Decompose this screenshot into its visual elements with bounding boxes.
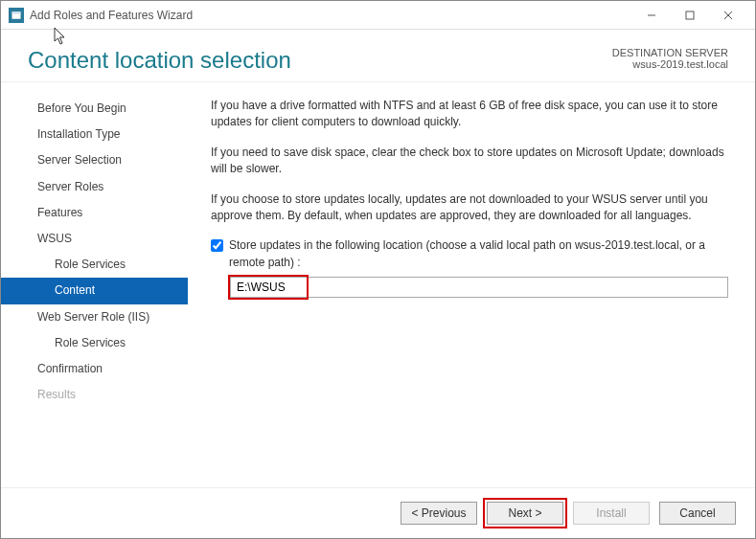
store-updates-row: Store updates in the following location … xyxy=(211,237,732,271)
titlebar: Add Roles and Features Wizard xyxy=(1,1,755,30)
cancel-button[interactable]: Cancel xyxy=(659,502,736,525)
destination-server: wsus-2019.test.local xyxy=(612,58,728,70)
store-updates-label: Store updates in the following location … xyxy=(229,237,732,271)
maximize-button[interactable] xyxy=(671,2,709,29)
window-title: Add Roles and Features Wizard xyxy=(30,9,632,22)
path-input-wrap xyxy=(230,277,728,298)
sidebar-item-before-you-begin[interactable]: Before You Begin xyxy=(1,96,188,122)
close-button[interactable] xyxy=(709,2,747,29)
minimize-button[interactable] xyxy=(632,2,671,29)
sidebar-item-installation-type[interactable]: Installation Type xyxy=(1,122,188,147)
sidebar-item-iis-role-services[interactable]: Role Services xyxy=(1,330,188,356)
page-title: Content location selection xyxy=(28,47,291,74)
install-button: Install xyxy=(573,502,650,525)
next-button[interactable]: Next > xyxy=(487,502,563,525)
sidebar-item-web-server-role[interactable]: Web Server Role (IIS) xyxy=(1,304,188,330)
app-icon xyxy=(9,8,24,23)
sidebar-item-wsus[interactable]: WSUS xyxy=(1,226,188,252)
content-paragraph-2: If you need to save disk space, clear th… xyxy=(211,145,732,178)
wizard-window: Add Roles and Features Wizard Content lo… xyxy=(0,0,756,539)
store-updates-checkbox[interactable] xyxy=(211,239,223,252)
path-input[interactable] xyxy=(230,277,728,298)
sidebar-item-server-roles[interactable]: Server Roles xyxy=(1,174,188,200)
sidebar-item-server-selection[interactable]: Server Selection xyxy=(1,147,188,173)
sidebar-item-content[interactable]: Content xyxy=(1,278,188,303)
previous-button[interactable]: < Previous xyxy=(401,502,477,525)
content-pane: If you have a drive formatted with NTFS … xyxy=(188,82,755,487)
destination-label: DESTINATION SERVER xyxy=(612,47,728,58)
svg-rect-3 xyxy=(686,11,694,19)
sidebar-item-features[interactable]: Features xyxy=(1,200,188,226)
sidebar-item-wsus-role-services[interactable]: Role Services xyxy=(1,252,188,278)
window-controls xyxy=(632,2,747,29)
sidebar: Before You Begin Installation Type Serve… xyxy=(1,82,188,487)
sidebar-item-confirmation[interactable]: Confirmation xyxy=(1,356,188,382)
destination-info: DESTINATION SERVER wsus-2019.test.local xyxy=(612,47,728,70)
header: Content location selection DESTINATION S… xyxy=(1,30,755,81)
body: Before You Begin Installation Type Serve… xyxy=(1,81,755,488)
content-paragraph-1: If you have a drive formatted with NTFS … xyxy=(211,98,732,131)
sidebar-item-results: Results xyxy=(1,382,188,408)
footer: < Previous Next > Install Cancel xyxy=(1,488,755,538)
svg-rect-1 xyxy=(12,11,21,13)
content-paragraph-3: If you choose to store updates locally, … xyxy=(211,191,732,225)
